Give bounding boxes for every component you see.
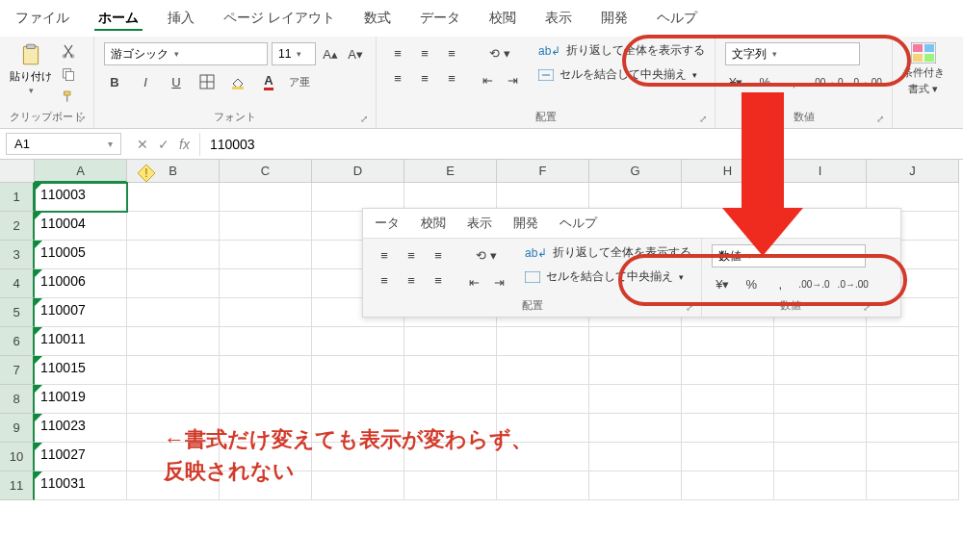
overlay-tab-developer[interactable]: 開発: [513, 215, 538, 232]
accounting-format-icon[interactable]: ¥▾: [712, 273, 733, 294]
cell-empty[interactable]: [867, 356, 959, 385]
col-header-j[interactable]: J: [867, 160, 959, 183]
tab-file[interactable]: ファイル: [12, 8, 73, 31]
cell-empty[interactable]: [589, 385, 682, 414]
tab-view[interactable]: 表示: [541, 8, 576, 31]
font-family-combo[interactable]: 游ゴシック▾: [104, 42, 268, 65]
bold-button[interactable]: B: [104, 71, 125, 92]
cell-a3[interactable]: 110005: [35, 241, 127, 269]
cell-a10[interactable]: 110027: [35, 443, 127, 471]
cell-empty[interactable]: [682, 443, 774, 471]
cell-empty[interactable]: [220, 356, 312, 385]
align-left-icon[interactable]: ≡: [386, 67, 409, 89]
accounting-format-icon[interactable]: ¥▾: [725, 71, 746, 92]
name-box[interactable]: A1▾: [6, 133, 121, 155]
cell-empty[interactable]: [220, 212, 312, 241]
increase-decimal-icon[interactable]: .00→.0: [812, 71, 843, 92]
align-top-icon[interactable]: ≡: [386, 42, 409, 64]
decrease-indent-icon[interactable]: ⇤: [477, 69, 498, 90]
row-header[interactable]: 11: [0, 471, 35, 500]
col-header-g[interactable]: G: [589, 160, 682, 183]
percent-icon[interactable]: %: [741, 273, 762, 294]
italic-button[interactable]: I: [135, 71, 156, 92]
fill-color-button[interactable]: [227, 71, 248, 92]
align-middle-icon[interactable]: ≡: [400, 244, 423, 266]
merge-center-button[interactable]: セルを結合して中央揃え ▾: [538, 66, 705, 83]
cell-a4[interactable]: 110006: [35, 269, 127, 298]
chevron-down-icon[interactable]: ▾: [29, 86, 34, 95]
row-header[interactable]: 7: [0, 356, 35, 385]
wrap-text-button[interactable]: ab↲ 折り返して全体を表示する: [525, 244, 691, 261]
cell-empty[interactable]: [220, 327, 312, 356]
underline-button[interactable]: U: [166, 71, 187, 92]
cell-empty[interactable]: [404, 385, 497, 414]
cell-empty[interactable]: [682, 385, 774, 414]
paste-icon[interactable]: [18, 42, 43, 67]
cell-a5[interactable]: 110007: [35, 298, 127, 327]
phonetic-button[interactable]: ア亜: [289, 71, 310, 92]
cell-a2[interactable]: 110004: [35, 212, 127, 241]
cell-empty[interactable]: [682, 356, 774, 385]
cancel-icon[interactable]: ✕: [137, 137, 148, 152]
row-header[interactable]: 5: [0, 298, 35, 327]
align-right-icon[interactable]: ≡: [427, 269, 450, 291]
cell-a1[interactable]: 110003: [35, 183, 127, 212]
cell-empty[interactable]: [497, 327, 589, 356]
tab-review[interactable]: 校閲: [485, 8, 520, 31]
tab-developer[interactable]: 開発: [597, 8, 632, 31]
format-painter-icon[interactable]: [60, 89, 77, 106]
align-left-icon[interactable]: ≡: [373, 269, 396, 291]
cell-empty[interactable]: [127, 356, 220, 385]
number-format-combo[interactable]: 文字列▾: [725, 42, 860, 65]
decrease-indent-icon[interactable]: ⇤: [463, 271, 484, 293]
tab-home[interactable]: ホーム: [94, 8, 143, 31]
col-header-f[interactable]: F: [497, 160, 589, 183]
increase-indent-icon[interactable]: ⇥: [502, 69, 523, 90]
cell-empty[interactable]: [867, 471, 959, 500]
orientation-button[interactable]: ⟲ ▾: [477, 42, 523, 64]
tab-pagelayout[interactable]: ページ レイアウト: [220, 8, 339, 31]
chevron-down-icon[interactable]: ▾: [692, 70, 697, 80]
increase-decimal-icon[interactable]: .00→.0: [798, 273, 829, 294]
copy-icon[interactable]: [60, 65, 77, 83]
increase-font-icon[interactable]: A▴: [320, 43, 341, 64]
decrease-decimal-icon[interactable]: .0→.00: [851, 71, 882, 92]
overlay-tab-data[interactable]: ータ: [375, 215, 400, 232]
cell-empty[interactable]: [682, 471, 774, 500]
tab-insert[interactable]: 挿入: [164, 8, 198, 31]
cell-empty[interactable]: [774, 327, 867, 356]
cell-empty[interactable]: [774, 385, 867, 414]
cell-empty[interactable]: [127, 241, 220, 269]
launcher-icon[interactable]: ⤢: [360, 114, 368, 124]
launcher-icon[interactable]: ⤢: [876, 114, 884, 124]
cell-empty[interactable]: [220, 298, 312, 327]
row-header[interactable]: 9: [0, 414, 35, 443]
cell-empty[interactable]: [774, 443, 867, 471]
cell-a7[interactable]: 110015: [35, 356, 127, 385]
percent-icon[interactable]: %: [754, 71, 775, 92]
cell-empty[interactable]: [774, 356, 867, 385]
cut-icon[interactable]: [60, 42, 77, 60]
cell-empty[interactable]: [220, 183, 312, 212]
launcher-icon[interactable]: ⤢: [78, 114, 86, 124]
align-right-icon[interactable]: ≡: [440, 67, 463, 89]
cell-empty[interactable]: [589, 443, 682, 471]
col-header-c[interactable]: C: [220, 160, 312, 183]
cell-empty[interactable]: [867, 414, 959, 443]
align-center-icon[interactable]: ≡: [400, 269, 423, 291]
cell-empty[interactable]: [312, 385, 404, 414]
row-header[interactable]: 1: [0, 183, 35, 212]
cell-empty[interactable]: [867, 327, 959, 356]
cell-empty[interactable]: [127, 183, 220, 212]
cell-empty[interactable]: [312, 327, 404, 356]
cell-empty[interactable]: [127, 327, 220, 356]
conditional-formatting-button[interactable]: 条件付き 書式 ▾: [902, 42, 945, 96]
merge-center-button[interactable]: セルを結合して中央揃え ▾: [525, 268, 691, 285]
cell-empty[interactable]: [127, 385, 220, 414]
cell-empty[interactable]: [682, 414, 774, 443]
error-indicator-icon[interactable]: !: [137, 164, 156, 183]
cell-empty[interactable]: [682, 327, 774, 356]
overlay-tab-view[interactable]: 表示: [467, 215, 492, 232]
fx-icon[interactable]: fx: [179, 137, 190, 152]
row-header[interactable]: 4: [0, 269, 35, 298]
